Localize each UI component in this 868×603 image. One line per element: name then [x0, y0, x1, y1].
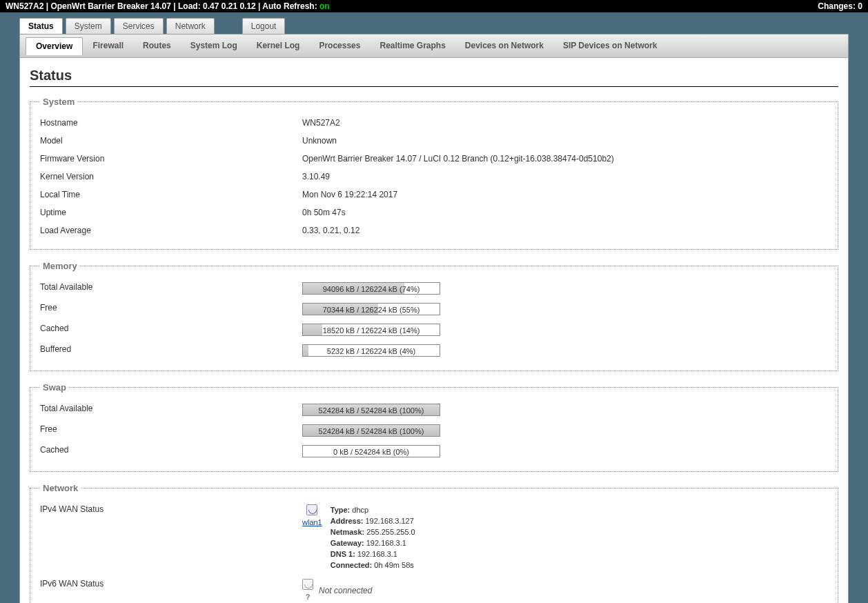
section-network: Network IPv4 WAN Status wlan1 Type: dhcp… [30, 483, 838, 603]
section-system: System HostnameWN527A2 ModelUnknown Firm… [30, 97, 838, 250]
main-tabs: Status System Services Network Logout [19, 18, 868, 34]
mem-total-bar: 94096 kB / 126224 kB (74%) [302, 282, 440, 295]
time-label: Local Time [40, 190, 302, 199]
subtab-systemlog[interactable]: System Log [181, 37, 247, 55]
mem-buf-bar: 5232 kB / 126224 kB (4%) [302, 344, 440, 357]
topbar-autorefresh[interactable]: on [319, 1, 330, 11]
fw-label: Firmware Version [40, 154, 302, 164]
wan-details: Type: dhcp Address: 192.168.3.127 Netmas… [331, 504, 415, 571]
swap-total-text: 524284 kB / 524284 kB (100%) [303, 404, 440, 417]
section-swap: Swap Total Available524284 kB / 524284 k… [30, 382, 838, 472]
topbar-left: WN527A2 | OpenWrt Barrier Breaker 14.07 … [6, 1, 330, 11]
mem-total-text: 94096 kB / 126224 kB (74%) [303, 283, 440, 295]
mem-cached-label: Cached [40, 324, 302, 336]
sub-tabs: Overview Firewall Routes System Log Kern… [20, 34, 848, 58]
topbar-changes[interactable]: Changes: 0 [818, 1, 862, 11]
subtab-kernellog[interactable]: Kernel Log [247, 37, 310, 55]
mem-buf-text: 5232 kB / 126224 kB (4%) [303, 345, 440, 357]
mem-free-text: 70344 kB / 126224 kB (55%) [303, 304, 440, 316]
swap-cached-bar: 0 kB / 524284 kB (0%) [302, 445, 440, 457]
hostname-value: WN527A2 [302, 118, 828, 128]
wan-iface: wlan1 [302, 504, 322, 526]
subtab-overview[interactable]: Overview [26, 37, 83, 55]
kernel-label: Kernel Version [40, 172, 302, 181]
legend-memory: Memory [40, 261, 80, 271]
tab-status[interactable]: Status [19, 18, 63, 34]
legend-swap: Swap [40, 382, 69, 393]
mem-total-label: Total Available [40, 282, 302, 295]
section-memory: Memory Total Available94096 kB / 126224 … [30, 261, 838, 371]
subtab-realtime[interactable]: Realtime Graphs [370, 37, 455, 55]
subtab-routes[interactable]: Routes [133, 37, 181, 55]
time-value: Mon Nov 6 19:22:14 2017 [302, 190, 828, 199]
page-title: Status [30, 68, 838, 87]
ipv6-notconnected: ? Not connected [302, 579, 828, 602]
uptime-label: Uptime [40, 208, 302, 217]
swap-cached-label: Cached [40, 445, 302, 457]
fw-value: OpenWrt Barrier Breaker 14.07 / LuCI 0.1… [302, 154, 828, 164]
ipv6-label: IPv6 WAN Status [40, 579, 302, 602]
wan-iface-link[interactable]: wlan1 [302, 518, 322, 526]
subtab-processes[interactable]: Processes [309, 37, 370, 55]
swap-cached-text: 0 kB / 524284 kB (0%) [303, 446, 440, 458]
la-label: Load Average [40, 226, 302, 235]
topbar-hostname: WN527A2 [6, 1, 43, 11]
mem-free-bar: 70344 kB / 126224 kB (55%) [302, 303, 440, 315]
subtab-firewall[interactable]: Firewall [83, 37, 133, 55]
la-value: 0.33, 0.21, 0.12 [302, 226, 828, 235]
ipv4-label: IPv4 WAN Status [40, 504, 302, 571]
uptime-value: 0h 50m 47s [302, 208, 828, 217]
swap-free-text: 524284 kB / 524284 kB (100%) [303, 425, 440, 437]
topbar-firmware: OpenWrt Barrier Breaker 14.07 [50, 1, 171, 11]
topbar-load: 0.47 0.21 0.12 [203, 1, 256, 11]
topbar-autorefresh-label: Auto Refresh: [262, 1, 317, 11]
model-value: Unknown [302, 136, 828, 146]
mem-free-label: Free [40, 303, 302, 315]
legend-network: Network [40, 483, 81, 493]
unknown-iface-icon: ? [302, 579, 313, 602]
mem-cached-bar: 18520 kB / 126224 kB (14%) [302, 324, 440, 336]
topbar: WN527A2 | OpenWrt Barrier Breaker 14.07 … [0, 0, 868, 12]
subtab-sip[interactable]: SIP Devices on Network [553, 37, 667, 55]
legend-system: System [40, 97, 77, 107]
kernel-value: 3.10.49 [302, 172, 828, 181]
swap-free-bar: 524284 kB / 524284 kB (100%) [302, 424, 440, 437]
swap-total-bar: 524284 kB / 524284 kB (100%) [302, 404, 440, 416]
tab-network[interactable]: Network [166, 18, 215, 34]
wireless-icon [306, 504, 317, 515]
mem-cached-text: 18520 kB / 126224 kB (14%) [303, 324, 440, 337]
subtab-devices[interactable]: Devices on Network [455, 37, 553, 55]
tab-logout[interactable]: Logout [242, 18, 286, 34]
ipv4-wan-block: wlan1 Type: dhcp Address: 192.168.3.127 … [302, 504, 828, 571]
tab-services[interactable]: Services [114, 18, 164, 34]
mem-buf-label: Buffered [40, 344, 302, 357]
hostname-label: Hostname [40, 118, 302, 128]
model-label: Model [40, 136, 302, 146]
content-area: Overview Firewall Routes System Log Kern… [19, 34, 849, 603]
swap-free-label: Free [40, 424, 302, 437]
tab-system[interactable]: System [66, 18, 111, 34]
topbar-load-label: Load: [178, 1, 201, 11]
swap-total-label: Total Available [40, 404, 302, 416]
